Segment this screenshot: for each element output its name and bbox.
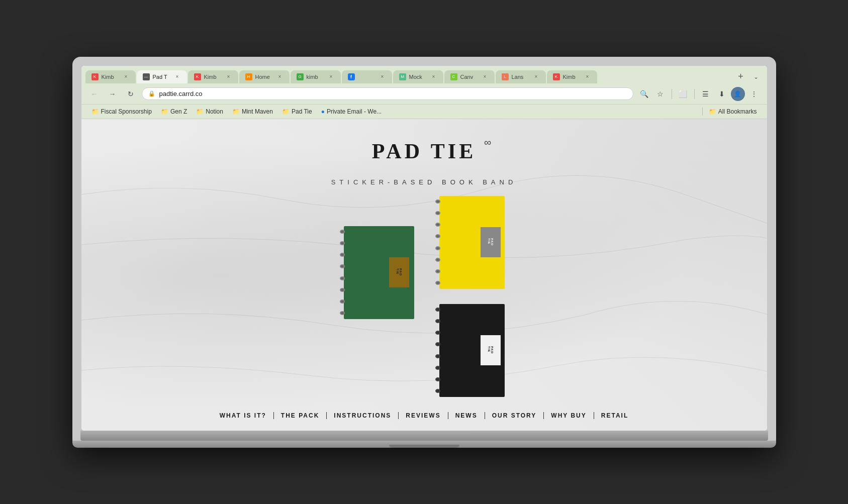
nav-why-buy[interactable]: WHY BUY [544,412,594,419]
notebooks-area: PADTIE PADTI [344,196,505,397]
spiral-ring [435,269,440,273]
tab-close-kimb4[interactable]: × [584,73,591,80]
tab-close-padt[interactable]: × [174,73,181,80]
tab-bar: K Kimb × — Pad T × K Kimb × H [81,66,767,84]
tab-close-lans[interactable]: × [533,73,540,80]
spiral-ring [435,331,440,335]
tab-close-home[interactable]: × [276,73,284,80]
browser-chrome: K Kimb × — Pad T × K Kimb × H [81,66,767,119]
url-text: padtie.carrd.co [159,90,627,97]
spiral-ring [435,377,440,381]
site-title: PAD TIE [372,140,476,163]
back-button[interactable]: ← [87,87,102,101]
bookmark-private-email[interactable]: ● Private Email - We... [317,107,386,117]
nav-retail[interactable]: RETAIL [594,412,635,419]
notebook-black: PADTIE [439,304,505,397]
tab-kimb4[interactable]: K Kimb × [547,70,597,83]
spiral-ring [435,223,440,227]
tab-title-kimb2: Kimb [204,74,217,80]
black-label-text: PADTIE [488,346,494,354]
spiral-ring [435,199,440,204]
nav-instructions[interactable]: INSTRUCTIONS [327,412,399,419]
email-icon: ● [321,108,325,115]
tab-title-kimb4: Kimb [563,74,576,80]
spiral-ring [340,253,345,257]
reading-list-icon[interactable]: ☰ [699,87,713,101]
tab-home[interactable]: H Home × [239,70,290,83]
bookmark-label: Fiscal Sponsorship [101,108,152,115]
tab-kimb1[interactable]: K Kimb × [85,70,136,83]
nav-reviews[interactable]: REVIEWS [399,412,448,419]
profile-avatar[interactable]: 👤 [731,87,745,101]
yellow-notebook-label: PADTIE [481,227,501,257]
spiral-ring [435,366,440,370]
bookmark-label: Notion [206,108,223,115]
tab-expand-button[interactable]: ⌄ [749,70,763,84]
black-notebook-label: PADTIE [481,335,501,365]
tab-close-canva[interactable]: × [482,73,489,80]
tab-favicon-kimb4: K [553,73,560,80]
laptop-frame: K Kimb × — Pad T × K Kimb × H [72,57,776,448]
tab-favicon-kimb2: K [194,73,201,80]
download-icon[interactable]: ⬇ [715,87,729,101]
tab-close-kimb1[interactable]: × [123,73,130,80]
bookmarks-separator [702,108,703,116]
tab-close-kimb3[interactable]: × [328,73,335,80]
extensions-icon[interactable]: ⬜ [676,87,690,101]
spiral-ring [435,308,440,312]
spiral-ring [435,281,440,285]
nav-the-pack[interactable]: THE PACK [274,412,327,419]
bookmark-gen-z[interactable]: 📁 Gen Z [157,107,191,117]
tab-favicon-canva: C [450,73,457,80]
tab-title-kimb1: Kimb [102,74,114,80]
toolbar-divider [672,89,672,99]
nav-what-is-it[interactable]: WHAT IS IT? [213,412,274,419]
folder-icon-all: 📁 [709,108,716,115]
spiral-ring [435,342,440,346]
tab-close-kimb2[interactable]: × [225,73,232,80]
reload-button[interactable]: ↻ [124,87,138,101]
spiral-ring [340,311,345,315]
nav-our-story[interactable]: OUR STORY [485,412,544,419]
spiral-ring [435,354,440,358]
tab-lans[interactable]: L Lans × [496,70,546,83]
all-bookmarks-button[interactable]: 📁 All Bookmarks [705,107,761,117]
tab-favicon-lans: L [502,73,509,80]
search-icon[interactable]: 🔍 [637,87,651,101]
all-bookmarks-label: All Bookmarks [718,108,757,115]
folder-icon: 📁 [196,108,204,115]
bookmark-notion[interactable]: 📁 Notion [192,107,227,117]
tab-title-mock: Mock [409,74,422,80]
tab-facebook[interactable]: f × [342,70,392,83]
spiral-green [340,226,345,319]
tab-canva[interactable]: C Canv × [444,70,495,83]
forward-button[interactable]: → [106,87,120,101]
spiral-ring [435,258,440,262]
bookmark-mint-maven[interactable]: 📁 Mint Maven [228,107,277,117]
bookmark-star-icon[interactable]: ☆ [653,87,668,101]
address-bar[interactable]: 🔒 padtie.carrd.co [142,87,633,100]
spiral-yellow [435,196,440,289]
spiral-ring [340,241,345,245]
site-subtitle: STICKER-BASED BOOK BAND [331,178,517,186]
tab-title-lans: Lans [512,74,524,80]
tab-favicon-facebook: f [348,73,355,80]
spiral-ring [435,319,440,323]
new-tab-button[interactable]: + [734,70,748,84]
tab-kimb2[interactable]: K Kimb × [188,70,238,83]
bookmark-label: Mint Maven [242,108,273,115]
toolbar-icons: 🔍 ☆ ⬜ ☰ ⬇ 👤 ⋮ [637,87,761,101]
tab-close-facebook[interactable]: × [379,73,386,80]
tab-padt[interactable]: — Pad T × [137,70,187,83]
menu-icon[interactable]: ⋮ [747,87,761,101]
tab-close-mock[interactable]: × [430,73,437,80]
tab-kimb3[interactable]: G kimb × [291,70,341,83]
toolbar-divider-2 [694,89,695,99]
tab-mock[interactable]: M Mock × [393,70,443,83]
bookmark-pad-tie[interactable]: 📁 Pad Tie [278,107,316,117]
bookmark-fiscal-sponsorship[interactable]: 📁 Fiscal Sponsorship [87,107,156,117]
tab-title-padt: Pad T [153,74,167,80]
tab-favicon-padt: — [143,73,150,80]
tab-favicon-mock: M [399,73,406,80]
nav-news[interactable]: NEWS [448,412,485,419]
